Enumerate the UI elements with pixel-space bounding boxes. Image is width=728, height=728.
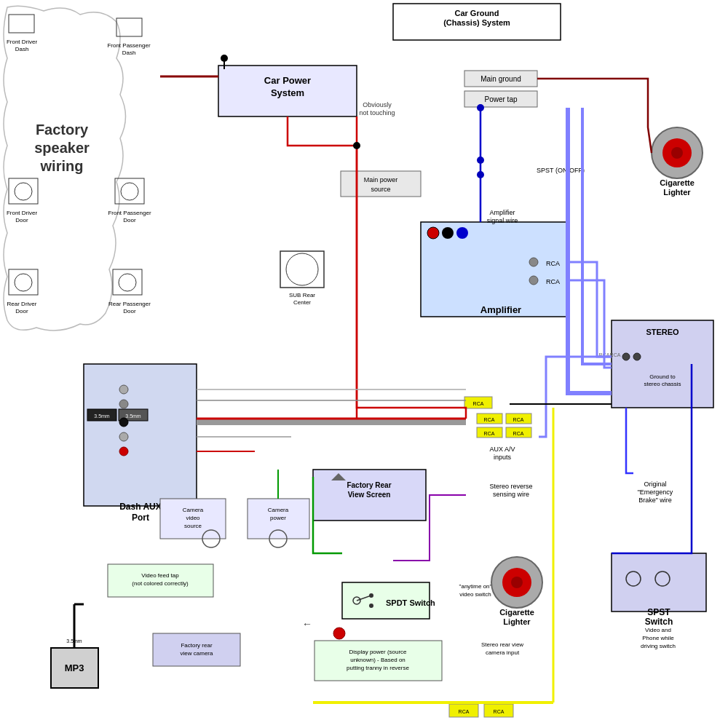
svg-text:Video feed tap: Video feed tap <box>141 572 179 579</box>
svg-text:signal wire: signal wire <box>487 217 518 224</box>
svg-text:Video and: Video and <box>645 627 671 633</box>
svg-text:sensing wire: sensing wire <box>493 491 529 498</box>
svg-text:video: video <box>186 515 200 521</box>
svg-text:speaker: speaker <box>34 140 90 156</box>
svg-text:Phone while: Phone while <box>642 635 674 641</box>
svg-text:inputs: inputs <box>494 454 512 461</box>
svg-point-49 <box>529 276 538 285</box>
svg-text:video switch: video switch <box>459 591 491 598</box>
svg-point-48 <box>529 258 538 266</box>
svg-text:Front Passenger: Front Passenger <box>107 42 150 49</box>
svg-text:Lighter: Lighter <box>663 188 691 197</box>
svg-rect-72 <box>84 364 197 506</box>
svg-text:Brake" wire: Brake" wire <box>638 496 672 504</box>
svg-text:RCA: RCA <box>546 260 560 267</box>
svg-text:SUB Rear: SUB Rear <box>289 292 315 298</box>
svg-text:(Chassis) System: (Chassis) System <box>443 18 510 27</box>
svg-text:Main power: Main power <box>364 176 398 183</box>
svg-rect-44 <box>421 222 566 317</box>
svg-text:STEREO: STEREO <box>646 328 679 336</box>
svg-point-78 <box>119 400 128 408</box>
svg-text:Front Passenger: Front Passenger <box>108 210 151 216</box>
svg-text:Display power (source: Display power (source <box>349 649 407 655</box>
svg-text:Obviously: Obviously <box>363 101 392 108</box>
svg-text:System: System <box>271 87 304 98</box>
svg-point-80 <box>119 432 128 441</box>
svg-point-77 <box>119 385 128 394</box>
svg-point-81 <box>119 447 128 456</box>
svg-text:Factory Rear: Factory Rear <box>347 481 391 489</box>
svg-text:power: power <box>270 515 286 521</box>
svg-text:Dash AUX: Dash AUX <box>119 502 162 512</box>
svg-rect-134 <box>612 553 706 612</box>
svg-point-124 <box>511 577 523 588</box>
svg-text:Dash: Dash <box>122 50 136 56</box>
svg-text:Car Ground: Car Ground <box>454 9 499 17</box>
svg-point-175 <box>477 104 484 111</box>
svg-text:wiring: wiring <box>40 158 84 174</box>
svg-text:Power tap: Power tap <box>484 95 517 103</box>
svg-text:Amplifier: Amplifier <box>489 209 515 216</box>
svg-text:"anytime on": "anytime on" <box>459 583 492 590</box>
svg-text:Car Power: Car Power <box>264 75 311 86</box>
svg-text:Rear Passenger: Rear Passenger <box>108 301 151 307</box>
svg-text:SPDT Switch: SPDT Switch <box>386 598 435 607</box>
svg-text:camera input: camera input <box>486 649 520 656</box>
svg-text:unknown) - Based on: unknown) - Based on <box>350 657 405 663</box>
svg-point-45 <box>427 227 439 239</box>
svg-text:SPST: SPST <box>647 607 670 617</box>
svg-text:Stereo reverse: Stereo reverse <box>489 483 532 490</box>
svg-text:Camera: Camera <box>183 507 204 513</box>
svg-text:Camera: Camera <box>268 507 289 513</box>
svg-text:RCA: RCA <box>484 431 495 436</box>
svg-text:stereo chassis: stereo chassis <box>644 381 681 387</box>
svg-text:Cigarette: Cigarette <box>660 178 695 187</box>
svg-text:driving switch: driving switch <box>641 643 676 649</box>
svg-text:putting tranny in reverse: putting tranny in reverse <box>347 665 409 671</box>
svg-text:view camera: view camera <box>181 650 213 657</box>
svg-text:Door: Door <box>123 308 136 314</box>
svg-text:←: ← <box>302 618 312 630</box>
svg-text:RCA: RCA <box>494 709 505 714</box>
svg-text:Ground to: Ground to <box>649 373 676 380</box>
svg-point-117 <box>369 604 373 608</box>
svg-text:3.5mm: 3.5mm <box>125 414 141 419</box>
svg-text:Dash: Dash <box>15 46 29 52</box>
wiring-diagram: Car Ground (Chassis) System Front Driver… <box>0 0 728 728</box>
svg-text:Amplifier: Amplifier <box>480 304 521 315</box>
svg-text:Cigarette: Cigarette <box>499 608 534 617</box>
svg-text:Port: Port <box>132 513 149 523</box>
svg-text:Lighter: Lighter <box>503 617 531 626</box>
svg-text:RCA: RCA <box>546 278 560 285</box>
svg-text:RCA: RCA <box>473 401 484 406</box>
svg-text:"Emergency: "Emergency <box>638 488 673 496</box>
svg-point-174 <box>353 142 360 149</box>
svg-text:Door: Door <box>15 308 28 314</box>
svg-text:Front Driver: Front Driver <box>7 210 38 216</box>
svg-text:not touching: not touching <box>359 109 395 116</box>
svg-text:View Screen: View Screen <box>348 491 391 499</box>
svg-point-61 <box>622 353 630 360</box>
svg-text:Factory rear: Factory rear <box>181 642 212 649</box>
svg-text:Switch: Switch <box>645 617 673 627</box>
svg-text:Stereo rear view: Stereo rear view <box>481 641 523 648</box>
svg-text:source: source <box>184 523 202 529</box>
svg-point-46 <box>442 227 454 239</box>
svg-text:RCA: RCA <box>513 417 524 422</box>
svg-text:3.5mm: 3.5mm <box>94 414 110 419</box>
svg-text:Center: Center <box>293 299 311 306</box>
svg-text:Door: Door <box>15 217 28 223</box>
svg-text:Rear Driver: Rear Driver <box>7 301 37 307</box>
svg-point-162 <box>477 171 484 178</box>
svg-text:RCA: RCA <box>513 431 524 436</box>
svg-text:MP3: MP3 <box>65 662 84 673</box>
svg-text:source: source <box>371 186 390 193</box>
svg-point-79 <box>119 418 128 427</box>
svg-point-62 <box>633 353 641 360</box>
svg-text:AUX A/V: AUX A/V <box>489 446 515 453</box>
svg-text:RCA: RCA <box>459 709 470 714</box>
svg-point-40 <box>671 147 683 159</box>
svg-text:Factory: Factory <box>36 122 89 138</box>
svg-point-164 <box>333 628 345 639</box>
svg-text:Original: Original <box>644 480 666 488</box>
